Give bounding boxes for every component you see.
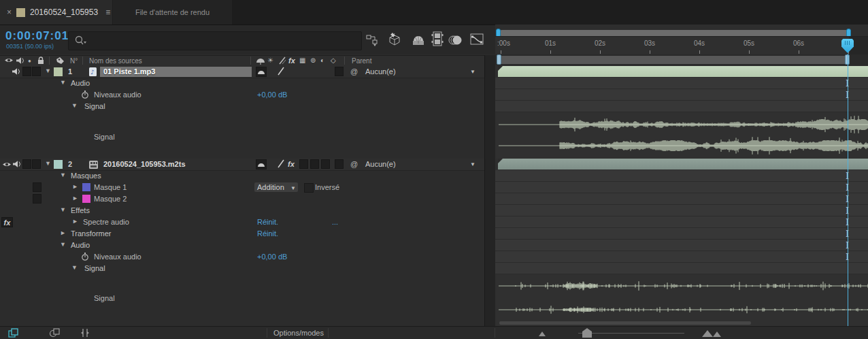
track-row[interactable] [495,89,868,101]
chevron-down-icon[interactable]: ▼ [470,69,475,75]
mask-color-swatch[interactable] [82,183,90,191]
expand-triangle-icon[interactable]: ► [72,183,78,190]
motion-blur-column-icon[interactable]: ⊚ [310,56,316,64]
track-row[interactable] [495,182,868,193]
shy-switch[interactable] [256,159,267,170]
pickwhip-icon[interactable]: @ [350,160,358,168]
property-row-spectre-audio[interactable]: fx ► Spectre audio Réinit. ... [0,216,484,228]
quality-switch[interactable] [277,159,285,170]
group-label[interactable]: Masques [71,172,101,180]
chevron-down-icon[interactable]: ▼ [470,161,475,167]
layer-duration-bar-2[interactable] [498,159,868,170]
parent-dropdown[interactable]: Aucun(e) [365,67,396,76]
options-dots-link[interactable]: ... [332,218,338,226]
video-on-icon[interactable] [2,161,12,170]
layer-row-1[interactable]: ▼ 1 ♪ 01 Piste 1.mp3 @ Aucun(e) ▼ [0,66,484,78]
property-row-masque-1[interactable]: ► Masque 1 Addition ▼ Inversé [0,182,484,193]
lock-box[interactable] [32,159,41,169]
in-out-duration-pane-icon[interactable] [80,328,90,339]
expand-triangle-icon[interactable]: ► [60,229,66,236]
quality-icon[interactable] [278,56,286,66]
shy-column-icon[interactable] [256,56,265,66]
track-row[interactable] [495,78,868,89]
fx-badge[interactable]: fx [1,217,13,227]
horizontal-scrollbar[interactable] [499,321,751,325]
collapse-triangle-icon[interactable]: ▼ [60,79,66,86]
tab-title[interactable]: 20160524_105953 [30,7,98,17]
track-row[interactable] [495,193,868,205]
mask-label[interactable]: Masque 1 [94,183,127,191]
mask-visibility-box[interactable] [33,182,41,192]
adjustment-layer-icon[interactable]: ◐ [320,56,324,64]
group-label[interactable]: Audio [71,241,90,249]
group-row-signal[interactable]: ▼ Signal [0,101,484,112]
work-area-start-handle[interactable] [497,54,501,65]
group-label[interactable]: Transformer [71,229,112,238]
switch-box[interactable] [299,159,308,169]
expand-triangle-icon[interactable]: ► [72,218,78,225]
collapse-triangle-icon[interactable]: ▼ [60,172,66,178]
track-row[interactable] [495,240,868,251]
collapse-triangle-icon[interactable]: ▼ [71,102,78,109]
collapse-triangle-icon[interactable]: ▼ [60,206,66,213]
options-modes-toggle[interactable]: Options/modes [273,329,324,337]
work-area-bar[interactable] [499,56,848,64]
frame-blending-icon[interactable] [430,32,445,46]
zoom-in-icon-small[interactable] [713,332,721,337]
mini-flowchart-icon[interactable] [365,33,380,47]
search-icon[interactable] [74,35,86,48]
zoom-slider-track[interactable] [578,333,684,334]
effects-fx-icon[interactable]: fx [288,56,295,65]
property-value[interactable]: +0,00 dB [257,91,287,99]
track-row[interactable] [495,170,868,182]
time-ruler[interactable]: :00s01s02s03s04s05s06s07s [495,36,868,55]
group-label[interactable]: Audio [71,79,90,87]
solo-box[interactable] [22,159,31,169]
property-value[interactable]: +0,00 dB [257,253,287,261]
zoom-out-icon[interactable] [539,332,546,336]
panel-menu-icon[interactable]: ≡ [105,7,110,17]
track-row[interactable] [495,251,868,263]
layer-name[interactable]: 20160524_105953.m2ts [103,160,186,168]
mask-color-swatch[interactable] [82,195,90,203]
collapse-transformations-icon[interactable]: ☀ [267,56,273,64]
lock-box[interactable] [32,67,41,76]
column-source-name[interactable]: Nom des sources [89,57,142,65]
group-row-transformer[interactable]: ► Transformer Réinit. [0,228,484,240]
shy-switch[interactable] [256,67,267,77]
track-row[interactable] [495,228,868,240]
track-row[interactable] [495,263,868,274]
layer-name-selected[interactable]: 01 Piste 1.mp3 [100,67,252,77]
track-row[interactable] [495,216,868,228]
tab-render-queue[interactable]: File d'attente de rendu [113,0,232,25]
lock-icon[interactable] [37,56,45,66]
layer-expand-triangle-icon[interactable]: ▼ [45,67,51,74]
property-row-audio-levels[interactable]: Niveaux audio +0,00 dB [0,89,484,101]
layer-duration-bar-1[interactable] [498,66,868,77]
graph-editor-icon[interactable] [469,33,484,46]
draft-3d-icon[interactable] [386,32,401,46]
current-timecode[interactable]: 0:00:07:01 [5,29,69,43]
layer-color-swatch[interactable] [54,160,63,169]
collapse-triangle-icon[interactable]: ▼ [71,264,78,271]
property-label[interactable]: Niveaux audio [94,253,141,261]
layer-switches-pane-icon[interactable] [8,328,20,339]
layer-row-2[interactable]: ▼ 2 20160524_105953.m2ts fx @ Aucun(e) ▼ [0,159,484,171]
track-row[interactable] [495,205,868,216]
group-label[interactable]: Signal [84,264,105,272]
group-label[interactable]: Signal [84,102,105,110]
frame-blend-column-icon[interactable]: ▦ [299,56,305,64]
group-label[interactable]: Effets [71,206,90,214]
solo-box[interactable] [22,67,31,76]
expand-triangle-icon[interactable]: ► [72,195,78,201]
motion-blur-icon[interactable] [448,33,463,47]
mask-label[interactable]: Masque 2 [94,195,127,203]
quality-switch[interactable] [277,67,285,78]
time-navigator-bar[interactable] [499,30,848,36]
group-row-audio-2[interactable]: ▼ Audio [0,240,484,251]
mask-inverted-checkbox[interactable] [304,183,314,193]
audio-speaker-icon[interactable] [16,56,25,66]
switch-box[interactable] [310,159,319,169]
column-parent[interactable]: Parent [352,57,371,65]
search-input[interactable] [68,31,362,50]
